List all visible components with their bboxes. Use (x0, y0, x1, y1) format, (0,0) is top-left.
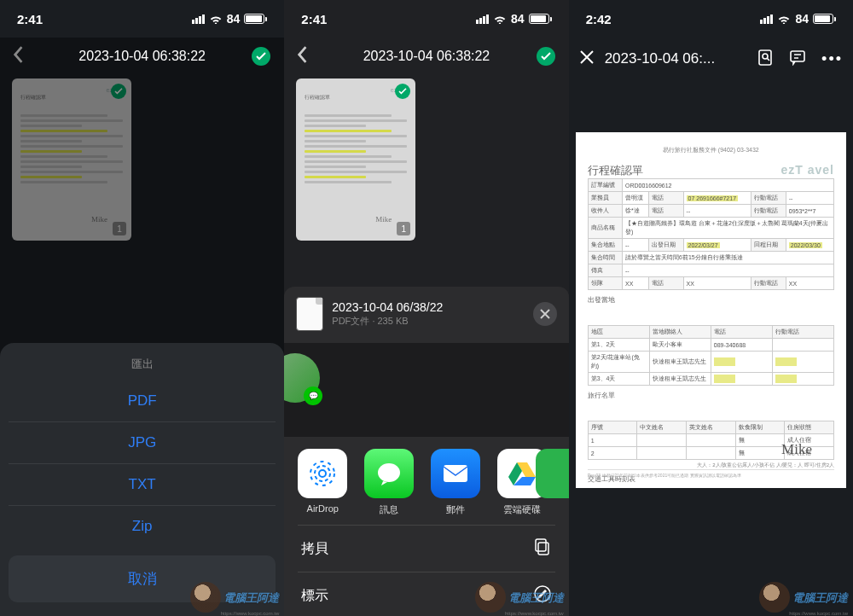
mail-button[interactable]: 郵件 (426, 449, 485, 516)
viewer-title: 2023-10-04 06:... (605, 50, 746, 67)
page-badge: 1 (113, 222, 126, 235)
document-thumbnail[interactable]: 行程確認單ezT ⊿ Mike 1 (296, 78, 415, 241)
back-button[interactable] (294, 45, 310, 67)
copy-action[interactable]: 拷貝 (298, 525, 554, 572)
signal-icon (192, 15, 205, 24)
doc-footer-note: Rev.03 出發日21年前列印本表供參考2021可能已過期 實際資訊請以電話確… (588, 469, 834, 478)
page-title: 2023-10-04 06:38:22 (78, 49, 206, 64)
watermark: 電腦王阿達https://www.kocpc.com.tw (759, 582, 848, 613)
phone-screen-1: 2:41 84 2023-10-04 06:38:22 行程確認單ezT ⊿ M… (0, 0, 284, 616)
svg-rect-6 (536, 539, 546, 551)
page-title: 2023-10-04 06:38:22 (363, 49, 490, 64)
export-zip-button[interactable]: Zip (9, 505, 276, 547)
file-type-icon (296, 297, 323, 331)
search-in-file-button[interactable] (757, 49, 774, 69)
wifi-icon (777, 14, 791, 24)
close-button[interactable] (579, 49, 595, 68)
wifi-icon (493, 14, 507, 24)
more-menu-button[interactable]: ••• (821, 50, 843, 68)
contact-avatar[interactable]: 💬 (284, 353, 320, 403)
wifi-icon (209, 14, 223, 24)
status-right: 84 (760, 12, 836, 26)
viewer-nav: 2023-10-04 06:... ••• (569, 38, 853, 80)
back-button[interactable] (10, 45, 26, 67)
nav-bar: 2023-10-04 06:38:22 (284, 38, 568, 75)
export-jpg-button[interactable]: JPG (9, 421, 276, 463)
document-page[interactable]: 易行旅行社服務文件 (9402) 03-3432 行程確認單 ezT avel … (576, 132, 846, 488)
battery-percent: 84 (511, 12, 525, 26)
document-thumbnail[interactable]: 行程確認單ezT ⊿ Mike 1 (12, 78, 131, 241)
watermark: 電腦王阿達https://www.kocpc.com.tw (475, 582, 564, 613)
suggested-contacts[interactable]: 💬 (284, 343, 568, 437)
select-all-toggle[interactable] (252, 47, 270, 66)
page-badge: 1 (397, 222, 410, 235)
signature: Mike (781, 441, 812, 458)
doc-local-table: 地區當地聯絡人電話行動電話 第1、2天歐天小客車089-340688 第2天/花… (588, 325, 834, 386)
share-sheet: 2023-10-04 06/38/22 PDF文件 · 235 KB 💬 Air… (284, 287, 568, 616)
battery-icon (813, 14, 836, 24)
status-time: 2:41 (301, 12, 327, 26)
status-bar: 2:42 84 (569, 0, 853, 38)
battery-percent: 84 (795, 12, 809, 26)
svg-rect-10 (791, 51, 804, 61)
svg-rect-4 (444, 465, 467, 482)
share-apps-row: AirDrop 訊息 郵件 雲端硬碟 (284, 437, 568, 525)
close-button[interactable] (533, 302, 557, 326)
status-bar: 2:41 84 (0, 0, 284, 38)
status-right: 84 (192, 12, 268, 26)
status-bar: 2:41 84 (284, 0, 568, 38)
svg-point-0 (319, 470, 326, 477)
export-sheet: 匯出 PDF JPG TXT Zip 取消 (0, 343, 284, 616)
doc-info-table: 訂單編號ORD0016609612 業務員曾明漢電話07 2691666#721… (588, 178, 834, 290)
line-badge-icon: 💬 (304, 386, 322, 405)
svg-point-3 (378, 463, 400, 482)
select-all-toggle[interactable] (537, 47, 555, 66)
battery-icon (244, 14, 267, 24)
comment-button[interactable] (789, 49, 806, 69)
status-right: 84 (476, 12, 552, 26)
thumb-selected-icon (395, 84, 410, 99)
messages-button[interactable]: 訊息 (360, 449, 418, 516)
doc-brand-logo: ezT avel (781, 163, 834, 177)
airdrop-button[interactable]: AirDrop (293, 449, 351, 516)
status-time: 2:41 (17, 12, 43, 26)
doc-title: 行程確認單 (588, 163, 643, 178)
sheet-title: 匯出 (9, 357, 276, 372)
svg-point-1 (315, 466, 330, 481)
share-filename: 2023-10-04 06/38/22 (332, 300, 524, 314)
share-filemeta: PDF文件 · 235 KB (332, 315, 524, 328)
nav-bar: 2023-10-04 06:38:22 (0, 38, 284, 75)
phone-screen-2: 2:41 84 2023-10-04 06:38:22 行程確認單ezT ⊿ M… (284, 0, 568, 616)
thumb-selected-icon (111, 84, 126, 99)
copy-icon (533, 538, 552, 560)
export-pdf-button[interactable]: PDF (9, 381, 276, 421)
phone-screen-3: 2:42 84 2023-10-04 06:... ••• 易行旅行社服務文件 … (569, 0, 853, 616)
export-txt-button[interactable]: TXT (9, 463, 276, 505)
signal-icon (476, 15, 489, 24)
status-time: 2:42 (586, 12, 612, 26)
battery-icon (529, 14, 552, 24)
signal-icon (760, 15, 773, 24)
svg-rect-8 (759, 50, 771, 65)
svg-rect-5 (538, 543, 548, 555)
watermark: 電腦王阿達https://www.kocpc.com.tw (190, 582, 279, 613)
battery-percent: 84 (227, 12, 241, 26)
